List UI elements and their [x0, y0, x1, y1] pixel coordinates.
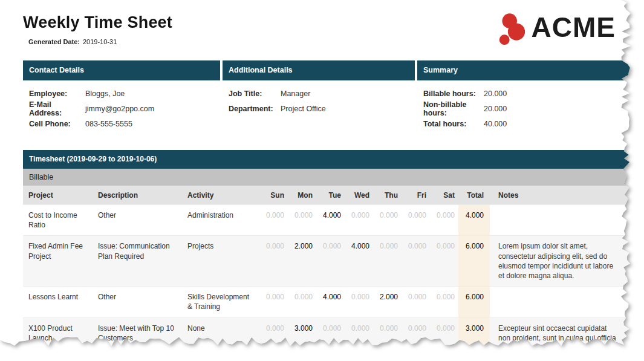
contact-row-cellphone: Cell Phone: 083-555-5555	[29, 116, 220, 131]
cell-tue: 0.000	[316, 318, 345, 359]
additional-details-panel: Additional Details Job Title: Manager De…	[223, 60, 415, 131]
field-label: Job Title:	[229, 89, 281, 98]
cell-total: 6.000	[458, 287, 490, 317]
report-page-shadow: Weekly Time Sheet Generated Date:2019-10…	[0, 0, 634, 357]
field-label: Total hours:	[423, 120, 484, 128]
cell-wed: 0.000	[345, 318, 373, 359]
weekly-timesheet-report: Weekly Time Sheet Generated Date:2019-10…	[0, 0, 634, 357]
field-value: jimmy@go2ppo.com	[85, 105, 154, 113]
billable-band: Billable	[23, 169, 634, 186]
cell-notes	[490, 287, 634, 317]
cell-sun: 0.000	[259, 287, 288, 317]
summary-row-billable: Billable hours: 20.000	[423, 86, 634, 101]
cell-notes: Lorem ipsum dolor sit amet, consectetur …	[490, 236, 634, 286]
field-value: 20.000	[484, 105, 507, 113]
cell-description: Issue: Communication Plan Required	[93, 236, 182, 286]
acme-logo: ACME	[487, 7, 616, 47]
cell-description: Issue: Meet with Top 10 Customers	[93, 318, 182, 359]
field-label: Employee:	[29, 89, 85, 98]
cell-notes	[490, 205, 634, 235]
cell-thu: 0.000	[373, 205, 402, 235]
cell-sat: 0.000	[430, 287, 458, 317]
contact-details-panel: Contact Details Employee: Bloggs, Joe E-…	[23, 60, 220, 131]
report-header: Weekly Time Sheet Generated Date:2019-10…	[0, 0, 634, 60]
cell-wed: 4.000	[345, 236, 373, 286]
field-value: 40.000	[484, 120, 507, 128]
cell-activity: Administration	[182, 205, 259, 235]
cell-sun: 0.000	[259, 236, 288, 286]
col-fri: Fri	[402, 186, 430, 204]
generated-date-value: 2019-10-31	[83, 38, 117, 45]
field-label: Department:	[229, 105, 281, 113]
col-sat: Sat	[430, 186, 458, 204]
cell-mon: 0.000	[288, 287, 316, 317]
cell-mon: 3.000	[288, 318, 316, 359]
generated-date-label: Generated Date:	[28, 38, 80, 45]
timesheet-row: Lessons Learnt Other Skills Development …	[23, 286, 634, 317]
additional-row-department: Department: Project Office	[229, 101, 415, 116]
field-label: E-Mail Address:	[29, 100, 85, 117]
cell-description: Other	[93, 287, 182, 317]
cell-total: 4.000	[458, 205, 490, 235]
col-total: Total	[458, 186, 490, 204]
timesheet-row: Fixed Admin Fee Project Issue: Communica…	[23, 235, 634, 286]
cell-tue: 4.000	[316, 287, 345, 317]
cell-mon: 2.000	[288, 236, 316, 286]
col-wed: Wed	[345, 186, 373, 204]
field-value: Manager	[281, 89, 310, 98]
additional-details-header: Additional Details	[223, 60, 415, 80]
summary-header: Summary	[417, 60, 634, 80]
timesheet-section: Timesheet (2019-09-29 to 2019-10-06) Bil…	[23, 150, 634, 358]
cell-thu: 2.000	[373, 287, 402, 317]
cell-fri: 0.000	[402, 205, 430, 235]
cell-total: 3.000	[458, 318, 490, 359]
cell-sat: 0.000	[430, 318, 458, 359]
col-mon: Mon	[288, 186, 316, 204]
col-thu: Thu	[373, 186, 402, 204]
cell-thu: 0.000	[373, 236, 402, 286]
field-value: Project Office	[281, 105, 326, 113]
summary-row-nonbillable: Non-billable hours: 20.000	[423, 101, 634, 116]
cell-sat: 0.000	[430, 205, 458, 235]
cell-tue: 4.000	[316, 205, 345, 235]
cell-activity: Skills Development & Training	[182, 287, 259, 317]
col-description: Description	[93, 186, 182, 204]
contact-details-header: Contact Details	[23, 60, 220, 80]
cell-wed: 0.000	[345, 205, 373, 235]
acme-logo-icon	[487, 7, 532, 47]
cell-sat: 0.000	[430, 236, 458, 286]
col-activity: Activity	[182, 186, 259, 204]
col-sun: Sun	[259, 186, 288, 204]
field-label: Billable hours:	[423, 89, 484, 98]
page-title: Weekly Time Sheet	[23, 13, 172, 32]
cell-wed: 0.000	[345, 287, 373, 317]
cell-sun: 0.000	[259, 318, 288, 359]
cell-tue: 0.000	[316, 236, 345, 286]
cell-thu: 0.000	[373, 318, 402, 359]
field-label: Cell Phone:	[29, 120, 85, 128]
contact-row-email: E-Mail Address: jimmy@go2ppo.com	[29, 101, 220, 116]
cell-fri: 0.000	[402, 236, 430, 286]
cell-fri: 0.000	[402, 318, 430, 359]
cell-project: X100 Product Launch	[23, 318, 93, 359]
acme-logo-text: ACME	[532, 13, 616, 41]
timesheet-column-headers: Project Description Activity Sun Mon Tue…	[23, 186, 634, 204]
cell-activity: None	[182, 318, 259, 359]
cell-sun: 0.000	[259, 205, 288, 235]
generated-date-line: Generated Date:2019-10-31	[28, 38, 117, 45]
summary-row-total: Total hours: 40.000	[423, 116, 634, 131]
timesheet-row: Cost to Income Ratio Other Administratio…	[23, 204, 634, 235]
cell-project: Fixed Admin Fee Project	[23, 236, 93, 286]
summary-panel: Summary Billable hours: 20.000 Non-billa…	[417, 60, 634, 131]
timesheet-title-bar: Timesheet (2019-09-29 to 2019-10-06)	[23, 150, 634, 169]
field-value: Bloggs, Joe	[85, 89, 125, 98]
cell-project: Cost to Income Ratio	[23, 205, 93, 235]
cell-total: 6.000	[458, 236, 490, 286]
cell-activity: Projects	[182, 236, 259, 286]
col-notes: Notes	[490, 186, 634, 204]
field-label: Non-billable hours:	[423, 100, 484, 117]
cell-notes: Excepteur sint occaecat cupidatat non pr…	[490, 318, 634, 359]
additional-row-jobtitle: Job Title: Manager	[229, 86, 415, 101]
col-tue: Tue	[316, 186, 345, 204]
timesheet-row: X100 Product Launch Issue: Meet with Top…	[23, 317, 634, 359]
